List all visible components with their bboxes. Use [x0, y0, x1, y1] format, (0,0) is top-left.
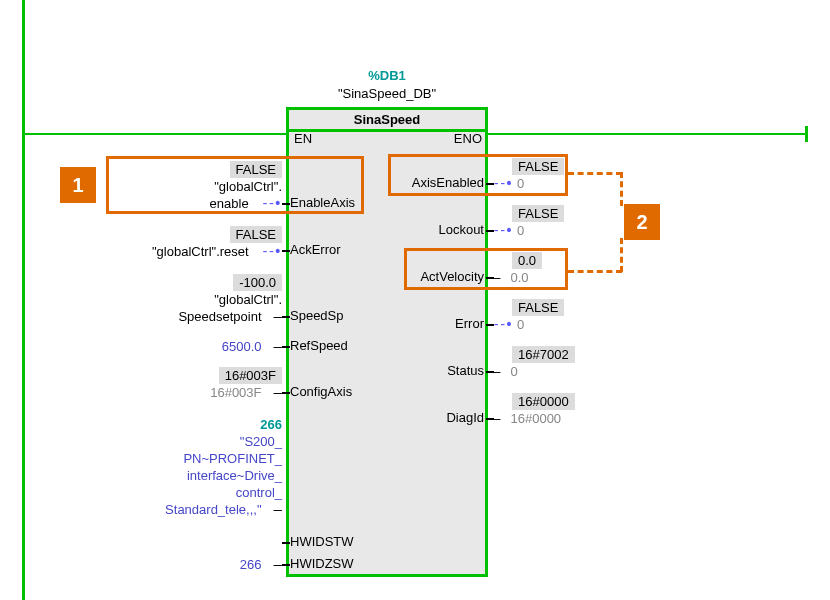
value-badge: 16#7002: [512, 346, 575, 363]
port-ackerror: AckError: [290, 242, 341, 257]
value-badge: 16#003F: [219, 367, 282, 384]
eno-label: ENO: [454, 131, 482, 146]
addr-line: control_: [236, 484, 282, 501]
callout-2: 2: [624, 204, 660, 240]
port-lockout: Lockout: [438, 222, 484, 237]
in-hwidstw[interactable]: 266 "S200_ PN~PROFINET_ interface~Drive_…: [165, 416, 282, 518]
live-line: --• 0: [490, 175, 524, 192]
addr-line: Standard_tele,,," —: [165, 501, 282, 518]
en-label: EN: [294, 131, 312, 146]
port-hwidstw: HWIDSTW: [290, 534, 354, 549]
in-refspeed[interactable]: 6500.0 —: [222, 338, 282, 355]
in-configaxis[interactable]: 16#003F 16#003F —: [210, 367, 282, 401]
pin-tick: [486, 418, 494, 420]
addr-line: "S200_: [240, 433, 282, 450]
addr-line: "globalCtrl".: [214, 178, 282, 195]
pin-tick: [282, 316, 290, 318]
port-actvelocity: ActVelocity: [420, 269, 484, 284]
live-line: --• 0: [490, 222, 524, 239]
power-rail-eno: [488, 133, 808, 135]
value-badge: 16#0000: [512, 393, 575, 410]
addr-line: Speedsetpoint —: [178, 308, 282, 325]
value-line: 16#003F —: [210, 384, 282, 401]
value-badge: -100.0: [233, 274, 282, 291]
pin-tick: [486, 371, 494, 373]
wire-icon: --•: [492, 222, 511, 238]
out-axisenabled[interactable]: FALSE --• 0: [490, 158, 564, 192]
out-diagid[interactable]: 16#0000 — 16#0000: [490, 393, 575, 427]
value-badge: FALSE: [230, 161, 282, 178]
in-enableaxis[interactable]: FALSE "globalCtrl". enable --•: [210, 161, 282, 212]
callout-2-connector: [620, 172, 623, 206]
value-line: 266 —: [240, 556, 282, 573]
wire-icon: —: [267, 556, 280, 572]
pin-tick: [282, 392, 290, 394]
pin-tick: [486, 230, 494, 232]
callout-2-connector: [568, 172, 622, 175]
port-refspeed: RefSpeed: [290, 338, 348, 353]
power-rail-vertical: [22, 0, 25, 600]
pin-tick: [282, 346, 290, 348]
addr-line: "globalCtrl".reset --•: [152, 243, 282, 260]
port-enableaxis: EnableAxis: [290, 195, 355, 210]
port-status: Status: [447, 363, 484, 378]
pin-tick: [486, 324, 494, 326]
pin-tick: [282, 542, 290, 544]
value-badge: FALSE: [230, 226, 282, 243]
addr-line: interface~Drive_: [187, 467, 282, 484]
wire-icon: --•: [492, 316, 511, 332]
power-rail-end: [805, 126, 808, 142]
value-badge: 0.0: [512, 252, 542, 269]
fb-title: SinaSpeed: [289, 110, 485, 132]
addr-line: "globalCtrl".: [214, 291, 282, 308]
port-configaxis: ConfigAxis: [290, 384, 352, 399]
wire-icon: —: [267, 338, 280, 354]
wire-icon: —: [267, 384, 280, 400]
wire-icon: —: [267, 308, 280, 324]
port-speedsp: SpeedSp: [290, 308, 344, 323]
live-line: — 0: [490, 363, 518, 380]
port-error: Error: [455, 316, 484, 331]
wire-icon: —: [267, 501, 280, 517]
live-line: — 16#0000: [490, 410, 561, 427]
out-actvelocity[interactable]: 0.0 — 0.0: [490, 252, 542, 286]
pin-tick: [486, 277, 494, 279]
in-hwidzsw[interactable]: 266 —: [240, 556, 282, 573]
in-speedsp[interactable]: -100.0 "globalCtrl". Speedsetpoint —: [178, 274, 282, 325]
callout-2-connector: [620, 238, 623, 272]
wire-icon: --•: [254, 195, 280, 211]
callout-2-connector: [568, 270, 622, 273]
pin-tick: [282, 564, 290, 566]
live-line: — 0.0: [490, 269, 529, 286]
pin-tick: [282, 203, 290, 205]
db-symbol: %DB1: [286, 68, 488, 83]
port-diagid: DiagId: [446, 410, 484, 425]
value-line: 266: [260, 416, 282, 433]
pin-tick: [282, 250, 290, 252]
power-rail-en: [22, 133, 286, 135]
out-lockout[interactable]: FALSE --• 0: [490, 205, 564, 239]
port-axisenabled: AxisEnabled: [412, 175, 484, 190]
live-line: --• 0: [490, 316, 524, 333]
value-badge: FALSE: [512, 205, 564, 222]
value-line: 6500.0 —: [222, 338, 282, 355]
port-hwidzsw: HWIDZSW: [290, 556, 354, 571]
in-ackerror[interactable]: FALSE "globalCtrl".reset --•: [152, 226, 282, 260]
callout-1: 1: [60, 167, 96, 203]
out-error[interactable]: FALSE --• 0: [490, 299, 564, 333]
value-badge: FALSE: [512, 158, 564, 175]
wire-icon: --•: [492, 175, 511, 191]
addr-line: enable --•: [210, 195, 282, 212]
addr-line: PN~PROFINET_: [183, 450, 282, 467]
db-name: "SinaSpeed_DB": [286, 86, 488, 101]
pin-tick: [486, 183, 494, 185]
out-status[interactable]: 16#7002 — 0: [490, 346, 575, 380]
wire-icon: --•: [254, 243, 280, 259]
value-badge: FALSE: [512, 299, 564, 316]
